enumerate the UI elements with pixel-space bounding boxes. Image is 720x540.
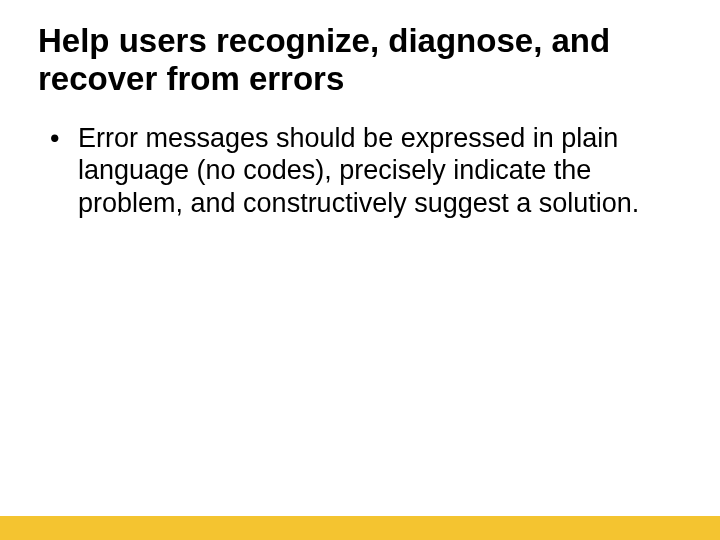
bullet-list: Error messages should be expressed in pl… <box>38 122 682 219</box>
slide-content: Help users recognize, diagnose, and reco… <box>0 0 720 219</box>
bullet-item: Error messages should be expressed in pl… <box>50 122 682 219</box>
slide-title: Help users recognize, diagnose, and reco… <box>38 22 682 98</box>
footer-accent-bar <box>0 516 720 540</box>
